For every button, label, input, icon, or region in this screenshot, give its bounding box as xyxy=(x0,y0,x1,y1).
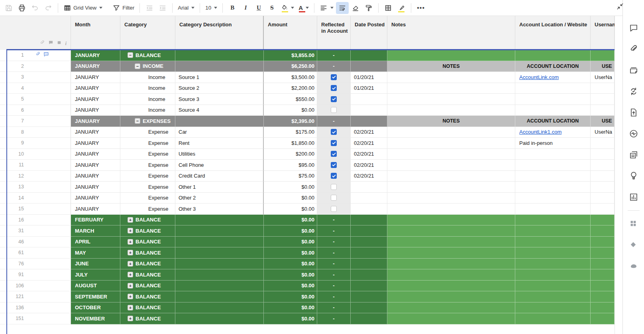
reflected-checkbox[interactable] xyxy=(331,85,337,91)
cell-amount[interactable]: $2,200.00 xyxy=(264,83,317,94)
cell-date-posted[interactable] xyxy=(351,313,387,324)
cell-username[interactable] xyxy=(591,204,615,215)
row-number[interactable]: 4 xyxy=(0,85,26,91)
cell-month[interactable]: JANUARY xyxy=(71,127,120,138)
attachment-icon[interactable] xyxy=(35,51,41,59)
sidebar-app-shortcut-diamond-icon[interactable] xyxy=(629,240,638,250)
cell-amount[interactable]: $3,500.00 xyxy=(264,72,317,83)
cell-account-location[interactable] xyxy=(515,171,591,182)
cell-account-location[interactable] xyxy=(515,193,591,204)
reflected-checkbox[interactable] xyxy=(331,107,337,113)
cell-amount[interactable]: $0.00 xyxy=(264,193,317,204)
reflected-checkbox[interactable] xyxy=(331,195,337,201)
column-header-account-location-website[interactable]: Account Location / Website xyxy=(515,16,591,50)
cell-category[interactable]: −INCOME xyxy=(120,61,175,72)
cell-notes[interactable] xyxy=(387,259,515,270)
italic-button[interactable]: I xyxy=(239,2,252,14)
cell-amount[interactable]: $0.00 xyxy=(264,269,317,281)
cell-date-posted[interactable] xyxy=(351,291,387,302)
cell-month[interactable]: JANUARY xyxy=(71,61,120,72)
cell-reflected-in-account[interactable] xyxy=(317,138,351,149)
cell-account-location[interactable] xyxy=(515,269,591,281)
cell-reflected-in-account[interactable]: - xyxy=(317,281,351,292)
cell-account-location[interactable] xyxy=(515,160,591,171)
cell-amount[interactable]: $95.00 xyxy=(264,160,317,171)
cell-notes[interactable] xyxy=(387,302,515,314)
cell-amount[interactable]: $6,250.00 xyxy=(264,61,317,72)
cell-reflected-in-account[interactable] xyxy=(317,171,351,182)
align-button[interactable] xyxy=(318,2,336,14)
cell-reflected-in-account[interactable]: - xyxy=(317,291,351,302)
cell-account-location[interactable] xyxy=(515,83,591,94)
underline-button[interactable]: U xyxy=(252,2,265,14)
row-number[interactable]: 61 xyxy=(0,250,26,255)
cell-category-description[interactable] xyxy=(175,269,264,281)
cell-reflected-in-account[interactable] xyxy=(317,182,351,193)
comment-icon[interactable] xyxy=(43,51,49,59)
cell-notes[interactable] xyxy=(387,193,515,204)
cell-month[interactable]: MAY xyxy=(71,247,120,259)
cell-category-description[interactable]: Other 2 xyxy=(175,193,264,204)
cell-month[interactable]: APRIL xyxy=(71,237,120,248)
row-number[interactable]: 1 xyxy=(0,52,26,58)
cell-category[interactable]: Expense xyxy=(120,138,175,149)
cell-username[interactable] xyxy=(591,171,615,182)
expand-toggle[interactable]: + xyxy=(128,272,133,277)
row-number[interactable]: 31 xyxy=(0,228,26,233)
cell-account-location[interactable] xyxy=(515,204,591,215)
cell-notes[interactable] xyxy=(387,204,515,215)
cell-account-location[interactable]: AccountLink.com xyxy=(515,72,591,83)
row-number[interactable]: 7 xyxy=(0,118,26,124)
cell-amount[interactable]: $1,850.00 xyxy=(264,138,317,149)
cell-category[interactable]: +BALANCE xyxy=(120,281,175,292)
cell-reflected-in-account[interactable]: - xyxy=(317,237,351,248)
cell-category[interactable]: Income xyxy=(120,83,175,94)
cell-username[interactable] xyxy=(591,193,615,204)
cell-category-description[interactable] xyxy=(175,259,264,270)
reflected-checkbox[interactable] xyxy=(331,173,337,179)
cell-category-description[interactable] xyxy=(175,281,264,292)
cell-category[interactable]: +BALANCE xyxy=(120,237,175,248)
cell-reflected-in-account[interactable] xyxy=(317,105,351,116)
cell-month[interactable]: JUNE xyxy=(71,259,120,270)
cell-category-description[interactable]: Other 1 xyxy=(175,182,264,193)
cell-notes[interactable] xyxy=(387,291,515,302)
cell-reflected-in-account[interactable] xyxy=(317,149,351,160)
cell-notes[interactable] xyxy=(387,94,515,105)
cell-notes[interactable] xyxy=(387,160,515,171)
row-number[interactable]: 12 xyxy=(0,173,26,179)
cell-reflected-in-account[interactable]: - xyxy=(317,215,351,226)
cell-account-location[interactable] xyxy=(515,237,591,248)
cell-date-posted[interactable] xyxy=(351,105,387,116)
cell-category[interactable]: Expense xyxy=(120,171,175,182)
reflected-checkbox[interactable] xyxy=(331,140,337,146)
cell-category-description[interactable] xyxy=(175,116,264,127)
sidebar-activity-log-icon[interactable] xyxy=(629,129,638,138)
cell-amount[interactable]: $0.00 xyxy=(264,313,317,324)
cell-notes[interactable] xyxy=(387,50,515,61)
bold-button[interactable]: B xyxy=(226,2,239,14)
cell-username[interactable] xyxy=(591,105,615,116)
row-number[interactable]: 14 xyxy=(0,195,26,201)
cell-username[interactable] xyxy=(591,259,615,270)
row-number[interactable]: 8 xyxy=(0,129,26,135)
cell-category-description[interactable]: Source 3 xyxy=(175,94,264,105)
cell-amount[interactable]: $0.00 xyxy=(264,302,317,314)
cell-username[interactable]: UserNa xyxy=(591,72,615,83)
cell-category[interactable]: Expense xyxy=(120,149,175,160)
more-options-button[interactable]: ••• xyxy=(414,2,427,14)
reflected-checkbox[interactable] xyxy=(331,162,337,168)
reflected-checkbox[interactable] xyxy=(331,129,337,135)
cell-category-description[interactable]: Other 3 xyxy=(175,204,264,215)
cell-reflected-in-account[interactable] xyxy=(317,72,351,83)
collapse-panel-button[interactable] xyxy=(616,2,626,12)
expand-toggle[interactable]: + xyxy=(128,250,133,255)
cell-amount[interactable]: $0.00 xyxy=(264,204,317,215)
undo-button[interactable] xyxy=(29,2,41,14)
cell-account-location[interactable] xyxy=(515,215,591,226)
row-number[interactable]: 76 xyxy=(0,261,26,267)
cell-date-posted[interactable] xyxy=(351,116,387,127)
cell-month[interactable]: OCTOBER xyxy=(71,302,120,314)
cell-month[interactable]: JANUARY xyxy=(71,94,120,105)
column-header-username[interactable]: Username xyxy=(591,16,615,50)
